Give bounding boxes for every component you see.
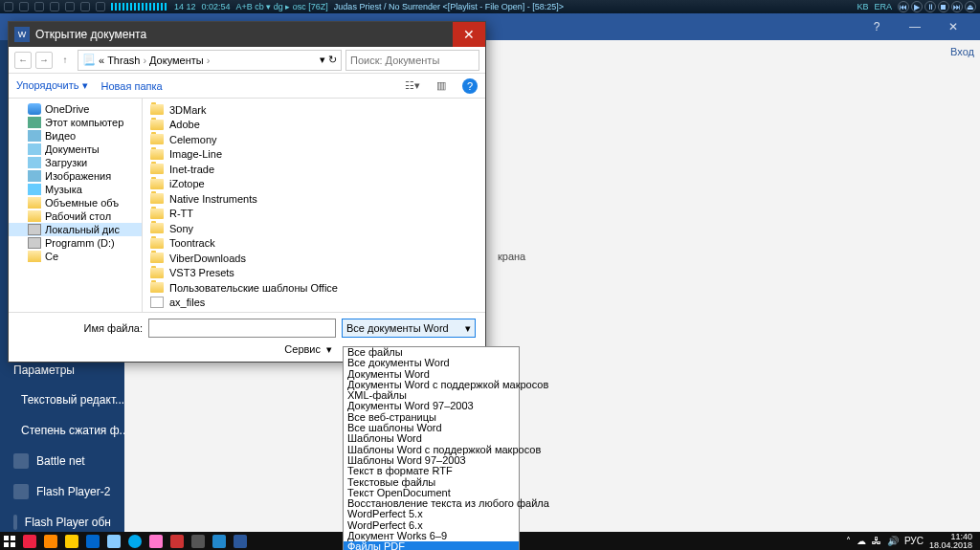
tree-item[interactable]: Видео [9,129,142,143]
view-mode-button[interactable]: ☷▾ [405,78,420,94]
winamp-btn[interactable] [80,2,90,11]
file-list-item[interactable]: R-TT [143,207,485,222]
breadcrumb-seg[interactable]: Документы [149,55,204,66]
filetype-option[interactable]: Все документы Word [344,358,519,368]
refresh-button[interactable]: ↻ [328,54,337,66]
taskbar-app[interactable] [103,532,124,550]
file-list-item[interactable]: Adobe [143,118,485,133]
tree-item[interactable]: Музыка [9,183,142,196]
nav-up-button[interactable]: ↑ [56,52,74,69]
file-list-item[interactable]: ax_files [143,296,485,311]
start-button[interactable] [0,532,19,550]
folder-icon [150,104,164,115]
filename-input[interactable] [148,319,336,338]
dialog-close-button[interactable]: ✕ [453,22,485,47]
taskbar-app[interactable] [209,532,230,550]
word-login-link[interactable]: Вход [950,46,974,57]
winamp-play-icon[interactable]: ▶ [911,1,923,12]
tree-item[interactable]: Изображения [9,169,142,183]
filename-label: Имя файла: [18,322,143,334]
word-side-recent[interactable]: Flash Player-2 [0,476,124,507]
file-list-item[interactable]: Image-Line [143,147,485,163]
winamp-btn[interactable] [65,2,75,11]
winamp-pause-icon[interactable]: ⏸ [924,1,936,12]
tree-item-icon [28,224,41,235]
tree-item[interactable]: OneDrive [9,102,142,116]
winamp-btn[interactable] [34,2,44,11]
winamp-track-title: Judas Priest / No Surrender <[Playlist -… [334,2,852,11]
new-folder-button[interactable]: Новая папка [101,80,163,92]
filetype-option[interactable]: Файлы PDF [344,541,519,550]
taskbar-app[interactable] [167,532,188,550]
nav-back-button[interactable]: ← [14,52,32,69]
winamp-stop-icon[interactable]: ⏹ [938,1,949,12]
file-list-item[interactable]: VST3 Presets [143,266,485,281]
breadcrumb[interactable]: 📃 « Thrash › Документы › ▾ ↻ [78,50,342,71]
tree-item[interactable]: Се [9,250,142,263]
breadcrumb-seg[interactable]: Thrash [107,55,140,66]
word-side-recent[interactable]: Степень сжатия ф... [0,415,124,446]
winamp-prev-icon[interactable]: ⏮ [898,1,909,12]
winamp-menu-icon[interactable] [4,2,13,11]
winamp-bitrate: 14 12 [174,2,196,11]
dialog-titlebar[interactable]: W Открытие документа ✕ [9,22,485,47]
taskbar-app[interactable] [19,532,40,550]
taskbar-app[interactable] [40,532,61,550]
tray-chevron-icon[interactable]: ˄ [846,536,851,546]
word-side-recent[interactable]: Текстовый редакт... [0,385,124,415]
winamp-next-icon[interactable]: ⏭ [951,1,963,12]
file-list-item[interactable]: Inet-trade [143,162,485,177]
dialog-nav-tree[interactable]: OneDriveЭтот компьютерВидеоДокументыЗагр… [9,99,143,312]
file-list-item[interactable]: Sony [143,221,485,236]
file-list-item[interactable]: iZotope [143,177,485,192]
winamp-open-icon[interactable]: ⏏ [965,1,976,12]
tree-item-icon [28,170,41,182]
taskbar-app[interactable] [124,532,145,550]
taskbar-app[interactable] [61,532,82,550]
tree-item[interactable]: Локальный дис [9,223,142,236]
breadcrumb-root-icon[interactable]: 📃 [82,54,96,66]
filetype-dropdown-list[interactable]: Все файлыВсе документы WordДокументы Wor… [343,346,520,550]
help-button[interactable]: ? [462,78,478,94]
word-close-button[interactable]: ✕ [934,20,972,33]
breadcrumb-root[interactable]: « [99,55,104,66]
word-min-button[interactable]: — [896,20,934,33]
tree-item[interactable]: Документы [9,143,142,156]
taskbar-clock[interactable]: 11:40 18.04.2018 [929,533,976,550]
tree-item[interactable]: Объемные объ [9,196,142,209]
organize-button[interactable]: Упорядочить ▾ [16,79,88,92]
taskbar-app[interactable] [82,532,103,550]
file-list-item[interactable]: Native Instruments [143,191,485,207]
tree-item[interactable]: Загрузки [9,156,142,169]
word-help-button[interactable]: ? [858,20,896,33]
winamp-btn[interactable] [19,2,29,11]
file-list-item[interactable]: Пользовательские шаблоны Office [143,280,485,296]
winamp-btn[interactable] [50,2,59,11]
taskbar-app[interactable] [230,532,251,550]
tree-item[interactable]: Рабочий стол [9,209,142,223]
tray-network-icon[interactable]: 🖧 [872,536,881,546]
tray-icon[interactable]: ☁ [857,536,866,546]
search-input[interactable] [345,50,479,71]
filetype-option[interactable]: Шаблоны Word [344,433,519,444]
file-list-item[interactable]: ViberDownloads [143,251,485,266]
dialog-file-list[interactable]: 3DMarkAdobeCelemonyImage-LineInet-tradei… [143,99,485,312]
service-button[interactable]: Сервис [284,343,321,356]
taskbar-app[interactable] [145,532,167,550]
tree-item[interactable]: Programm (D:) [9,236,142,250]
filetype-option[interactable]: Текст в формате RTF [344,466,519,476]
tray-lang[interactable]: РУС [904,536,924,546]
tray-volume-icon[interactable]: 🔊 [887,536,899,546]
system-tray[interactable]: ˄ ☁ 🖧 🔊 РУС 11:40 18.04.2018 [842,533,980,550]
file-list-item[interactable]: 3DMark [143,102,485,118]
preview-pane-button[interactable]: ▥ [434,78,449,94]
breadcrumb-dropdown-icon[interactable]: ▾ [320,54,325,66]
tree-item[interactable]: Этот компьютер [9,116,142,129]
taskbar-app[interactable] [188,532,209,550]
file-list-item[interactable]: Celemony [143,132,485,147]
nav-forward-button[interactable]: → [35,52,53,69]
winamp-btn[interactable] [96,2,105,11]
file-list-item[interactable]: Toontrack [143,236,485,252]
filetype-dropdown[interactable]: Все документы Word ▾ [342,319,476,338]
word-side-recent[interactable]: Battle net [0,446,124,476]
